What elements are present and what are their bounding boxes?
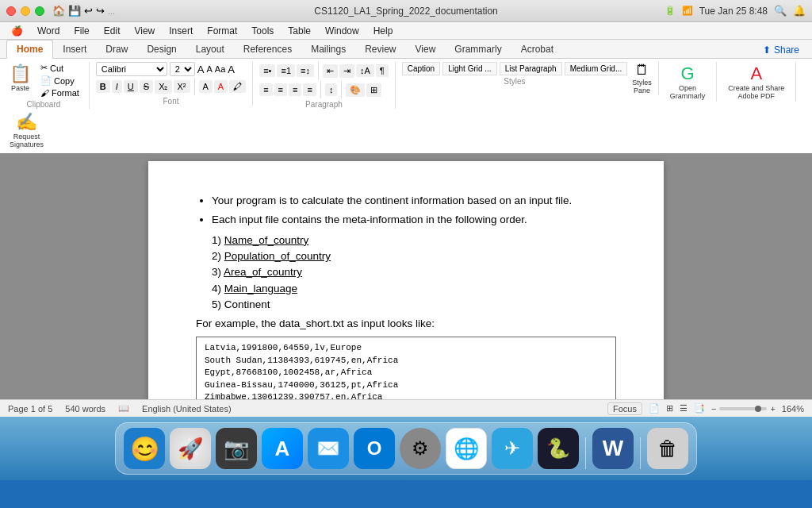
view-grid-icon[interactable]: ⊞ [666,403,673,414]
text-effects-button[interactable]: A [228,64,235,75]
close-button[interactable] [6,6,16,16]
search-icon[interactable]: 🔍 [774,5,787,17]
minimize-button[interactable] [21,6,30,16]
dock-systemprefs[interactable]: ⚙ [400,428,441,469]
font-size-decrease[interactable]: A [197,64,205,75]
styles-pane-button[interactable]: 🗒 StylesPane [632,62,652,94]
dock-chrome[interactable]: 🌐 [446,428,487,469]
font-size-increase[interactable]: A [207,64,213,74]
justify-button[interactable]: ≡ [303,83,316,96]
align-left-button[interactable]: ≡ [259,83,272,96]
bold-button[interactable]: B [96,80,110,93]
tab-draw[interactable]: Draw [96,40,137,58]
code-line: Latvia,1991800,64559,lv,Europe [205,342,607,354]
edit-menu[interactable]: Edit [98,22,127,40]
increase-indent-button[interactable]: ⇥ [339,64,354,78]
multilevel-button[interactable]: ≡↕ [297,64,314,77]
tab-home[interactable]: Home [6,40,53,59]
clear-format-button[interactable]: Aa [215,64,225,74]
dock-launchpad[interactable]: 🚀 [170,428,211,469]
signatures-button[interactable]: ✍ RequestSignatures [5,110,48,150]
align-center-button[interactable]: ≡ [274,83,287,96]
proofing-icon[interactable]: 📖 [118,403,129,414]
dock-mail[interactable]: ✉️ [308,428,349,469]
zoom-slider[interactable] [719,407,767,410]
zoom-out-icon[interactable]: − [711,404,716,414]
format-menu[interactable]: Format [201,22,243,40]
status-bar-right: Focus 📄 ⊞ ☰ 📑 − + 164% [607,402,804,415]
copy-button[interactable]: 📄 Copy [37,75,82,87]
grammarly-button[interactable]: G OpenGrammarly [665,62,710,102]
window-menu[interactable]: Window [319,22,366,40]
text-bg-button[interactable]: 🖍 [229,80,246,93]
font-size-select[interactable]: 26 [170,62,195,76]
dock-pycharm[interactable]: 🐍 [538,428,579,469]
style-light-grid[interactable]: Light Grid ... [442,62,496,75]
tab-insert[interactable]: Insert [53,40,96,58]
bullets-button[interactable]: ≡• [259,64,275,77]
highlight-button[interactable]: A [199,80,213,93]
format-painter-button[interactable]: 🖌 Format [37,87,82,98]
font-color-button[interactable]: A [214,80,228,93]
table-menu[interactable]: Table [282,22,317,40]
dock-telegram[interactable]: ✈ [492,428,533,469]
superscript-button[interactable]: X² [174,80,190,93]
page: Your program is to calculate the contine… [148,161,664,399]
underline-button[interactable]: U [124,80,138,93]
show-hide-button[interactable]: ¶ [376,64,389,77]
view-normal-icon[interactable]: 📄 [649,403,660,414]
paste-button[interactable]: 📋 Paste [5,62,36,94]
notification-icon[interactable]: 🔔 [793,5,806,17]
decrease-indent-button[interactable]: ⇤ [323,64,338,78]
dock-area: 😊 🚀 📷 A ✉️ O ⚙ 🌐 ✈ 🐍 W [0,417,812,480]
tab-view[interactable]: View [406,40,446,58]
numbering-button[interactable]: ≡1 [277,64,295,77]
italic-button[interactable]: I [112,80,122,93]
tab-layout[interactable]: Layout [186,40,234,58]
shading-button[interactable]: 🎨 [346,83,365,97]
tab-mailings[interactable]: Mailings [301,40,355,58]
adobe-button[interactable]: A Create and ShareAdobe PDF [723,62,789,102]
view-read-icon[interactable]: 📑 [694,403,705,414]
align-right-button[interactable]: ≡ [289,83,301,96]
tools-menu[interactable]: Tools [245,22,280,40]
tab-grammarly[interactable]: Grammarly [445,40,511,58]
dock-appstore[interactable]: A [262,428,303,469]
apple-menu[interactable]: 🍎 [5,22,29,40]
dock-outlook[interactable]: O [354,428,395,469]
dock-finder[interactable]: 😊 [124,428,165,469]
sort-button[interactable]: ↕A [356,64,374,77]
line-spacing-button[interactable]: ↕ [325,83,338,96]
population-country: Population_of_country [224,250,331,262]
tab-acrobat[interactable]: Acrobat [511,40,563,58]
tab-review[interactable]: Review [355,40,405,58]
focus-label[interactable]: Focus [607,402,642,415]
dock-word[interactable]: W [592,428,634,469]
view-outline-icon[interactable]: ☰ [680,403,688,414]
dock-trash[interactable]: 🗑 [647,428,688,469]
tab-design[interactable]: Design [137,40,186,58]
borders-button[interactable]: ⊞ [366,83,381,97]
code-line: South Sudan,11384393,619745,en,Africa [205,355,607,367]
strikethrough-button[interactable]: S [140,80,153,93]
fullscreen-button[interactable] [35,6,44,16]
view-menu[interactable]: View [128,22,161,40]
tab-references[interactable]: References [234,40,301,58]
subscript-button[interactable]: X₂ [155,80,171,94]
zoom-control[interactable]: − + [711,404,776,414]
share-button[interactable]: ⬆ Share [756,42,806,58]
style-caption[interactable]: Caption [402,62,440,75]
zoom-in-icon[interactable]: + [770,404,775,414]
dock-screenshot[interactable]: 📷 [216,428,257,469]
font-name-select[interactable]: Calibri [96,62,167,76]
cut-button[interactable]: ✂ Cut [37,62,82,74]
style-medium-grid[interactable]: Medium Grid... [565,62,628,75]
signature-icon: ✍ [16,112,37,133]
file-menu[interactable]: File [67,22,95,40]
bullet-list: Your program is to calculate the contine… [196,193,616,228]
insert-menu[interactable]: Insert [163,22,199,40]
style-list-paragraph[interactable]: List Paragraph [500,62,562,75]
help-menu[interactable]: Help [367,22,400,40]
bullet-item-1: Your program is to calculate the contine… [212,193,616,209]
word-menu[interactable]: Word [31,22,66,40]
